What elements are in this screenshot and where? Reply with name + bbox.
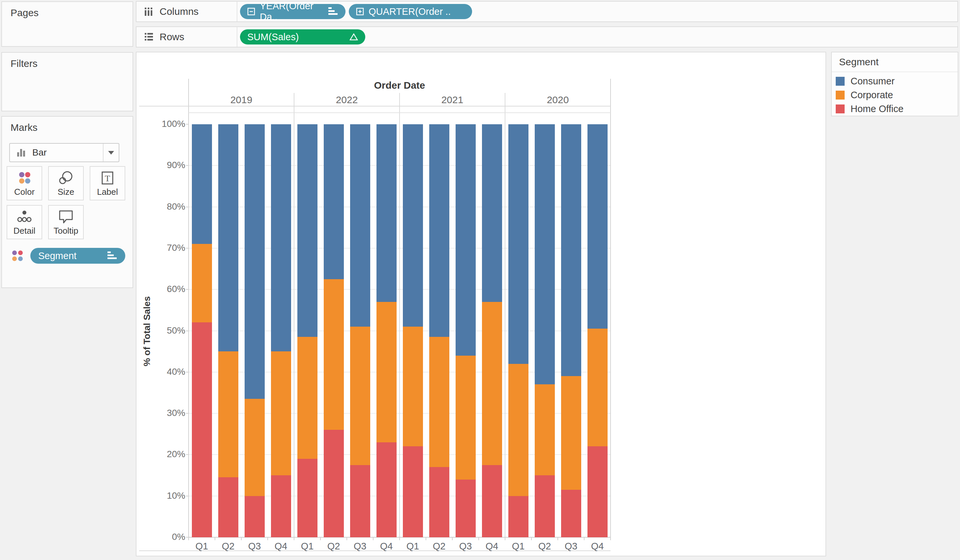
bar-segment-home-office[interactable] [429,467,450,537]
bar-segment-home-office[interactable] [508,496,528,537]
columns-shelf[interactable]: Columns YEAR(Order Da.. [136,1,958,22]
bar-segment-corporate[interactable] [508,364,528,496]
bar-segment-home-office[interactable] [403,446,423,537]
quarter-header-q1-2021[interactable]: Q1 [400,541,426,552]
bar-segment-consumer[interactable] [324,124,344,279]
year-pill-label: YEAR(Order Da.. [260,1,319,22]
quarter-header-q3-2019[interactable]: Q3 [241,541,268,552]
bar-segment-consumer[interactable] [271,124,291,351]
year-header-2021[interactable]: 2021 [400,94,505,106]
rows-shelf[interactable]: Rows SUM(Sales) [136,26,958,48]
quarter-header-q4-2020[interactable]: Q4 [584,541,611,552]
quarter-header-q1-2022[interactable]: Q1 [294,541,320,552]
quarter-order-date-pill[interactable]: QUARTER(Order .. [349,4,472,19]
tooltip-button[interactable]: Tooltip [48,205,84,239]
bar-segment-home-office[interactable] [482,465,502,537]
bar-segment-corporate[interactable] [271,351,291,475]
quarter-header-q1-2019[interactable]: Q1 [189,541,215,552]
x-axis-tick [610,537,611,540]
filters-shelf[interactable]: Filters [1,52,133,111]
bar-segment-consumer[interactable] [403,124,423,326]
bar-segment-consumer[interactable] [429,124,450,337]
bar-segment-consumer[interactable] [192,124,212,244]
bar-segment-home-office[interactable] [192,322,212,537]
quarter-header-q3-2021[interactable]: Q3 [452,541,479,552]
bar-segment-corporate[interactable] [482,302,502,465]
bar-segment-home-office[interactable] [587,446,608,537]
bar-segment-consumer[interactable] [298,124,317,337]
bar-segment-consumer[interactable] [218,124,238,351]
bar-segment-home-office[interactable] [456,480,476,537]
bar-segment-corporate[interactable] [376,302,397,442]
quarter-header-q3-2022[interactable]: Q3 [347,541,373,552]
quarter-header-q4-2022[interactable]: Q4 [373,541,400,552]
quarter-header-q2-2020[interactable]: Q2 [531,541,558,552]
bar-segment-corporate[interactable] [561,376,581,490]
bar-segment-consumer[interactable] [376,124,397,302]
bar-segment-corporate[interactable] [535,384,555,475]
x-axis-tick [505,537,506,540]
bar-segment-home-office[interactable] [535,475,555,537]
bar-segment-home-office[interactable] [324,430,344,537]
bar-segment-home-office[interactable] [218,477,238,537]
y-tick-label: 60% [150,284,185,294]
columns-shelf-header: Columns [136,2,237,21]
bar-segment-home-office[interactable] [245,496,265,537]
bar-segment-consumer[interactable] [508,124,528,364]
bar-segment-consumer[interactable] [535,124,555,384]
legend-label: Corporate [851,90,893,101]
bar-segment-corporate[interactable] [429,337,450,467]
size-button[interactable]: Size [48,166,84,200]
bar-segment-corporate[interactable] [298,337,317,459]
color-icon [7,170,42,187]
year-header-2020[interactable]: 2020 [505,94,611,106]
bar-segment-home-office[interactable] [350,465,370,537]
x-axis-tick [294,537,294,540]
quarter-header-q3-2020[interactable]: Q3 [558,541,584,552]
bar-segment-consumer[interactable] [245,124,265,399]
pages-shelf[interactable]: Pages [1,1,133,47]
columns-icon [144,6,154,16]
bar-segment-home-office[interactable] [298,459,317,537]
y-tick-label: 40% [150,366,185,377]
legend-label: Home Office [851,104,904,114]
sum-sales-pill[interactable]: SUM(Sales) [240,29,365,45]
year-header-2022[interactable]: 2022 [294,94,400,106]
bar-segment-consumer[interactable] [482,124,502,302]
bar-segment-corporate[interactable] [403,326,423,446]
legend-item-home-office[interactable]: Home Office [836,102,955,116]
legend-item-corporate[interactable]: Corporate [836,88,955,102]
year-order-date-pill[interactable]: YEAR(Order Da.. [240,4,346,19]
quarter-header-q2-2021[interactable]: Q2 [426,541,452,552]
bar-segment-home-office[interactable] [561,490,581,537]
segment-pill[interactable]: Segment [30,248,125,264]
bar-segment-consumer[interactable] [456,124,476,356]
bar-segment-consumer[interactable] [561,124,581,376]
quarter-header-q4-2021[interactable]: Q4 [479,541,505,552]
color-button[interactable]: Color [6,166,42,200]
mark-type-caret-button[interactable] [103,144,119,162]
sort-icon [328,7,338,16]
bar-segment-corporate[interactable] [587,329,608,446]
minus-box-icon [247,8,255,16]
bar-segment-corporate[interactable] [350,326,370,465]
quarter-header-q2-2022[interactable]: Q2 [320,541,347,552]
bar-segment-consumer[interactable] [587,124,608,329]
quarter-header-q1-2020[interactable]: Q1 [505,541,531,552]
bar-segment-consumer[interactable] [350,124,370,326]
legend-item-consumer[interactable]: Consumer [836,74,955,88]
bar-segment-corporate[interactable] [192,244,212,322]
bar-segment-corporate[interactable] [218,351,238,477]
bar-segment-home-office[interactable] [271,475,291,537]
x-axis-tick [557,537,558,540]
year-header-2019[interactable]: 2019 [189,94,294,106]
bar-segment-home-office[interactable] [376,442,397,537]
quarter-header-q4-2019[interactable]: Q4 [268,541,294,552]
bar-segment-corporate[interactable] [245,399,265,496]
detail-button[interactable]: Detail [6,205,42,239]
label-button[interactable]: T Label [90,166,125,200]
mark-type-dropdown[interactable]: Bar [9,143,119,162]
quarter-header-q2-2019[interactable]: Q2 [215,541,241,552]
bar-segment-corporate[interactable] [456,356,476,480]
bar-segment-corporate[interactable] [324,279,344,430]
